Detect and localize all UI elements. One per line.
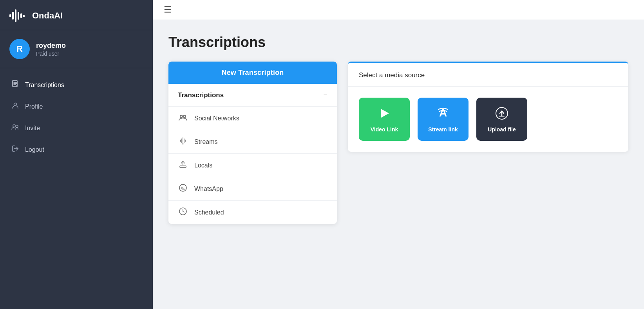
stream-link-label: Stream link [428, 126, 458, 133]
upload-file-button[interactable]: Upload file [476, 98, 527, 141]
dropdown-header-title: Transcriptions [178, 91, 224, 99]
dropdown-item-streams[interactable]: Streams [168, 130, 337, 154]
logout-icon [11, 145, 20, 154]
dropdown-item-scheduled[interactable]: Scheduled [168, 201, 337, 224]
invite-label: Invite [25, 125, 40, 132]
profile-label: Profile [25, 103, 43, 110]
whatsapp-label: WhatsApp [194, 185, 223, 193]
media-source-title: Select a media source [348, 63, 628, 87]
svg-point-8 [13, 125, 15, 127]
whatsapp-icon [178, 184, 188, 194]
sidebar-item-logout[interactable]: Logout [0, 139, 153, 160]
hamburger-icon[interactable]: ☰ [164, 5, 172, 14]
dropdown-item-social-networks[interactable]: Social Networks [168, 107, 337, 130]
profile-icon [11, 102, 20, 111]
app-name: OndaAI [32, 11, 63, 21]
transcription-dropdown-panel: New Transcription Transcriptions − [168, 62, 337, 224]
svg-rect-1 [12, 12, 14, 20]
sidebar-item-transcriptions[interactable]: Transcriptions [0, 75, 153, 95]
invite-icon [11, 123, 20, 133]
streams-label: Streams [194, 138, 218, 145]
scheduled-label: Scheduled [194, 209, 224, 216]
stream-link-icon: A [436, 106, 450, 122]
video-link-label: Video Link [371, 126, 398, 133]
dropdown-item-whatsapp[interactable]: WhatsApp [168, 177, 337, 201]
locals-label: Locals [194, 162, 212, 169]
locals-icon [178, 160, 188, 171]
svg-marker-17 [381, 109, 389, 118]
main-content: ☰ Transcriptions New Transcription Trans… [153, 0, 644, 309]
top-bar: ☰ [153, 0, 644, 20]
sidebar-item-invite[interactable]: Invite [0, 118, 153, 138]
avatar: R [9, 39, 30, 59]
svg-point-15 [179, 184, 186, 191]
svg-rect-14 [180, 166, 186, 167]
upload-file-label: Upload file [488, 126, 516, 133]
transcriptions-icon [11, 80, 20, 90]
content-area: Transcriptions New Transcription Transcr… [153, 20, 644, 309]
sidebar-item-profile[interactable]: Profile [0, 96, 153, 117]
svg-point-13 [183, 144, 184, 145]
svg-rect-5 [23, 15, 25, 17]
media-source-buttons: Video Link A Stream link [348, 87, 628, 152]
dropdown-header: Transcriptions − [168, 84, 337, 107]
user-info: roydemo Paid user [36, 42, 66, 57]
svg-point-9 [16, 125, 18, 127]
username: roydemo [36, 42, 66, 50]
svg-point-12 [183, 115, 186, 118]
svg-rect-4 [20, 13, 22, 18]
page-title: Transcriptions [168, 34, 628, 51]
media-source-panel: Select a media source Video Link [348, 62, 628, 152]
content-columns: New Transcription Transcriptions − [168, 62, 628, 224]
transcriptions-label: Transcriptions [25, 82, 64, 89]
social-networks-icon [178, 113, 188, 124]
user-profile-area: R roydemo Paid user [0, 30, 153, 68]
svg-point-11 [180, 115, 183, 118]
video-link-icon [377, 106, 391, 122]
stream-link-button[interactable]: A Stream link [418, 98, 469, 141]
scheduled-icon [178, 207, 188, 218]
collapse-icon[interactable]: − [323, 91, 327, 99]
video-link-button[interactable]: Video Link [359, 98, 410, 141]
svg-rect-3 [18, 12, 19, 20]
upload-file-icon [495, 106, 509, 122]
logo-icon [9, 9, 27, 23]
sidebar-nav: Transcriptions Profile Invite [0, 68, 153, 166]
svg-rect-0 [9, 14, 11, 17]
dropdown-item-locals[interactable]: Locals [168, 154, 337, 177]
svg-rect-2 [15, 9, 16, 22]
streams-icon [178, 136, 188, 147]
new-transcription-button[interactable]: New Transcription [168, 62, 337, 84]
social-networks-label: Social Networks [194, 115, 239, 122]
logout-label: Logout [25, 146, 44, 153]
user-role: Paid user [36, 51, 66, 57]
svg-point-7 [14, 103, 17, 106]
sidebar: OndaAI R roydemo Paid user Transcription… [0, 0, 153, 309]
logo-area: OndaAI [0, 0, 153, 30]
